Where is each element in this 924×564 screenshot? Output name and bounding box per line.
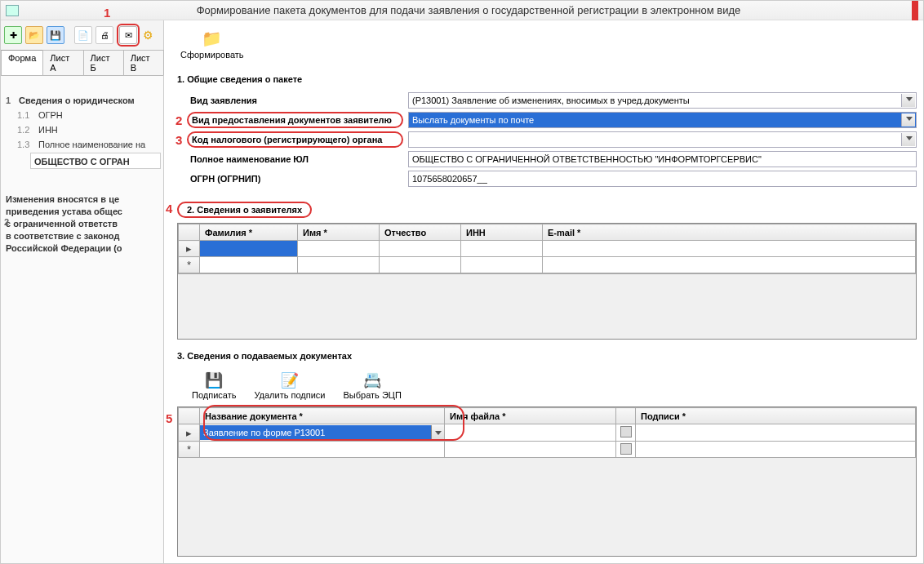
browse-cell[interactable] xyxy=(616,424,636,442)
col-otch[interactable]: Отчество xyxy=(380,224,461,241)
label-vid: Вид заявления xyxy=(187,94,403,107)
callout-3: 3 xyxy=(175,133,182,147)
col-email[interactable]: E-mail * xyxy=(543,224,916,241)
tab-list-v[interactable]: Лист В xyxy=(123,50,164,75)
open-icon[interactable]: 📂 xyxy=(25,26,43,44)
tree-ogrn[interactable]: ОГРН xyxy=(38,110,63,120)
tab-forma[interactable]: Форма xyxy=(1,50,43,75)
sig-cell[interactable] xyxy=(636,424,916,442)
input-ogrn[interactable]: 1075658020657__ xyxy=(408,171,917,187)
gear-icon[interactable]: ⚙ xyxy=(143,29,153,42)
mail-icon[interactable]: ✉ xyxy=(119,26,137,44)
label-kod: Код налогового (регистрирующего) органа xyxy=(187,131,403,148)
tree-paragraph: Изменения вносятся в це приведения устав… xyxy=(6,194,122,253)
col-inn[interactable]: ИНН xyxy=(461,224,543,241)
input-kod[interactable] xyxy=(408,131,917,148)
label-pred: Вид предоставления документов заявителю xyxy=(187,112,403,128)
cert-icon: 📇 xyxy=(361,371,384,390)
monitor-icon xyxy=(6,5,19,16)
section-1-title: 1. Общие сведения о пакете xyxy=(177,74,917,84)
callout-1: 1 xyxy=(104,6,110,20)
file-browse-icon[interactable] xyxy=(620,443,632,455)
col-fam[interactable]: Фамилия * xyxy=(200,224,298,241)
applicants-grid[interactable]: Фамилия * Имя * Отчество ИНН E-mail * ▸ xyxy=(177,223,917,340)
right-pane: 📁 Сформировать 1. Общие сведения о пакет… xyxy=(164,20,923,564)
file-cell[interactable] xyxy=(445,424,616,442)
doc-name-cell[interactable]: Заявление по форме Р13001 xyxy=(200,424,445,442)
sign-icon: 💾 xyxy=(202,371,225,390)
left-tabs: Форма Лист А Лист Б Лист В xyxy=(1,50,163,76)
section-2-title: 2. Сведения о заявителях xyxy=(177,202,312,218)
new-icon[interactable]: ✚ xyxy=(4,26,22,44)
input-vid[interactable]: (Р13001) Заявление об изменениях, вносим… xyxy=(408,92,917,109)
tree-inn[interactable]: ИНН xyxy=(38,125,58,135)
mail-highlight: ✉ xyxy=(117,24,140,47)
col-imya[interactable]: Имя * xyxy=(298,224,380,241)
pick-ecp-button[interactable]: 📇Выбрать ЭЦП xyxy=(340,369,405,402)
chevron-down-icon[interactable] xyxy=(431,425,444,440)
callout-5: 5 xyxy=(166,411,172,425)
tree-ul[interactable]: Сведения о юридическом xyxy=(19,95,135,105)
print-icon[interactable]: 🖨 xyxy=(96,26,113,44)
section-3-title: 3. Сведения о подаваемых документах xyxy=(177,351,917,361)
cell-fam[interactable] xyxy=(200,241,298,257)
input-fullname[interactable]: ОБЩЕСТВО С ОГРАНИЧЕННОЙ ОТВЕТСТВЕННОСТЬЮ… xyxy=(408,151,917,167)
tree-fullname[interactable]: Полное наименование на xyxy=(38,140,145,149)
titlebar: Формирование пакета документов для подач… xyxy=(1,1,923,20)
col-doc[interactable]: Название документа * xyxy=(200,408,445,424)
nav-tree: 1Сведения о юридическом 1.1ОГРН 1.2ИНН 1… xyxy=(1,76,163,260)
file-browse-icon[interactable] xyxy=(620,426,632,437)
col-file[interactable]: Имя файла * xyxy=(445,408,616,424)
tree-n2: 2 xyxy=(4,216,9,229)
save-icon[interactable]: 💾 xyxy=(47,26,64,44)
label-ogrn: ОГРН (ОГРНИП) xyxy=(187,172,403,185)
window-title: Формирование пакета документов для подач… xyxy=(25,4,912,16)
callout-4: 4 xyxy=(166,202,172,215)
callout-2: 2 xyxy=(175,113,182,127)
export-icon[interactable]: 📄 xyxy=(74,26,92,44)
unsign-icon: 📝 xyxy=(278,371,301,390)
documents-grid[interactable]: Название документа * Имя файла * Подписи… xyxy=(177,406,917,557)
form-button[interactable]: 📁 Сформировать xyxy=(175,27,249,61)
tree-fullname-value: ОБЩЕСТВО С ОГРАН xyxy=(30,153,161,169)
doc-row-current: ▸ xyxy=(179,424,200,442)
input-pred[interactable]: Выслать документы по почте xyxy=(408,112,917,128)
left-toolbar: ✚ 📂 💾 📄 🖨 ✉ ⚙ xyxy=(1,20,163,50)
tab-list-a[interactable]: Лист А xyxy=(42,50,83,75)
doc-row-new: * xyxy=(179,442,200,458)
tab-list-b[interactable]: Лист Б xyxy=(83,50,124,75)
col-sig[interactable]: Подписи * xyxy=(636,408,916,424)
app-window: 1 Формирование пакета документов для под… xyxy=(0,0,924,564)
unsign-button[interactable]: 📝Удалить подписи xyxy=(251,369,328,402)
left-pane: ✚ 📂 💾 📄 🖨 ✉ ⚙ Форма Лист А Лист Б Лист В… xyxy=(1,20,164,564)
label-fullname: Полное наименование ЮЛ xyxy=(187,153,403,166)
row-indicator-new: * xyxy=(179,257,200,273)
row-indicator-current: ▸ xyxy=(179,241,200,257)
folder-star-icon: 📁 xyxy=(201,29,224,48)
sign-button[interactable]: 💾Подписать xyxy=(189,369,239,402)
titlebar-accent xyxy=(912,1,918,20)
